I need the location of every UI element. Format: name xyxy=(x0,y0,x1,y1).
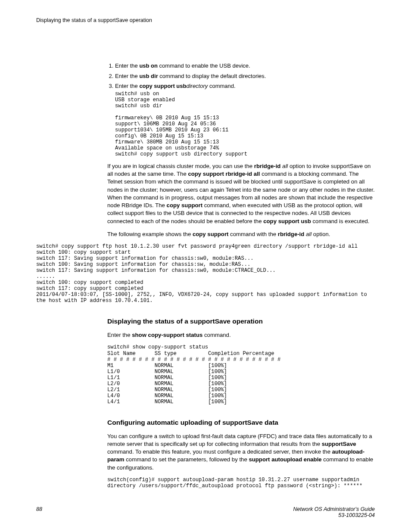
step-2-pre: Enter the xyxy=(115,73,139,79)
page-number: 88 xyxy=(36,506,42,518)
p1-b2: copy support rbridge-id all xyxy=(188,171,260,177)
code-block-2: switch# copy support ftp host 10.1.2.30 … xyxy=(36,243,375,304)
step-3-arg: directory xyxy=(186,83,208,89)
s1-pre: Enter the xyxy=(107,332,132,338)
step-3-post: command. xyxy=(208,83,235,89)
step-3-cmd: copy support usb xyxy=(139,83,186,89)
p1-t1: If you are in logical chassis cluster mo… xyxy=(107,163,254,169)
paragraph-2: The following example shows the copy sup… xyxy=(107,230,375,238)
section-1-title: Displaying the status of a supportSave o… xyxy=(107,317,375,325)
section-1-intro: Enter the show copy-support status comma… xyxy=(107,331,375,339)
p2-b1: copy support xyxy=(193,231,229,237)
section-2-body: You can configure a switch to upload fir… xyxy=(107,432,375,472)
steps-list: Enter the usb on command to enable the U… xyxy=(107,62,375,157)
step-3-pre: Enter the xyxy=(115,83,139,89)
step-1-post: command to enable the USB device. xyxy=(158,62,250,69)
s1-cmd: show copy-support status xyxy=(132,332,202,338)
code-block-1: switch# usb on USB storage enabled switc… xyxy=(115,91,375,157)
page-header: Displaying the status of a supportSave o… xyxy=(36,17,375,23)
p1-i1: all xyxy=(280,163,288,169)
code-block-4: switch(config)# support autoupload-param… xyxy=(107,477,375,489)
footer-title: Network OS Administrator's Guide xyxy=(293,506,375,512)
s2-b1: supportSave xyxy=(322,441,356,447)
s2-t3: command to set the parameters, followed … xyxy=(125,456,249,463)
p1-t5: command is executed. xyxy=(311,218,370,224)
page-footer: 88 Network OS Administrator's Guide 53-1… xyxy=(36,506,375,518)
step-2-post: command to display the default directori… xyxy=(158,73,266,79)
footer-docid: 53-1003225-04 xyxy=(293,512,375,518)
s2-b3: support autoupload enable xyxy=(249,456,321,463)
p1-b3: copy support xyxy=(167,202,203,208)
p1-b1: rbridge-id xyxy=(254,163,281,169)
code-block-3: switch# show copy-support status Slot Na… xyxy=(107,344,375,404)
paragraph-1: If you are in logical chassis cluster mo… xyxy=(107,162,375,225)
step-3: Enter the copy support usbdirectory comm… xyxy=(115,82,375,157)
step-1-cmd: usb on xyxy=(139,62,158,69)
s2-t2: command. To enable this feature, you mus… xyxy=(107,448,332,455)
step-2-cmd: usb dir xyxy=(139,73,158,79)
p2-t2: command with the xyxy=(228,231,277,237)
p2-t1: The following example shows the xyxy=(107,231,193,237)
step-1: Enter the usb on command to enable the U… xyxy=(115,62,375,70)
p2-t3: option. xyxy=(311,231,330,237)
section-2-title: Configuring automatic uploading of suppo… xyxy=(107,419,375,426)
step-1-pre: Enter the xyxy=(115,62,139,69)
step-2: Enter the usb dir command to display the… xyxy=(115,72,375,80)
s1-post: command. xyxy=(202,332,230,338)
p2-b2: rbridge-id xyxy=(278,231,305,237)
p1-b4: copy support usb xyxy=(263,218,311,224)
p2-i1: all xyxy=(304,231,311,237)
